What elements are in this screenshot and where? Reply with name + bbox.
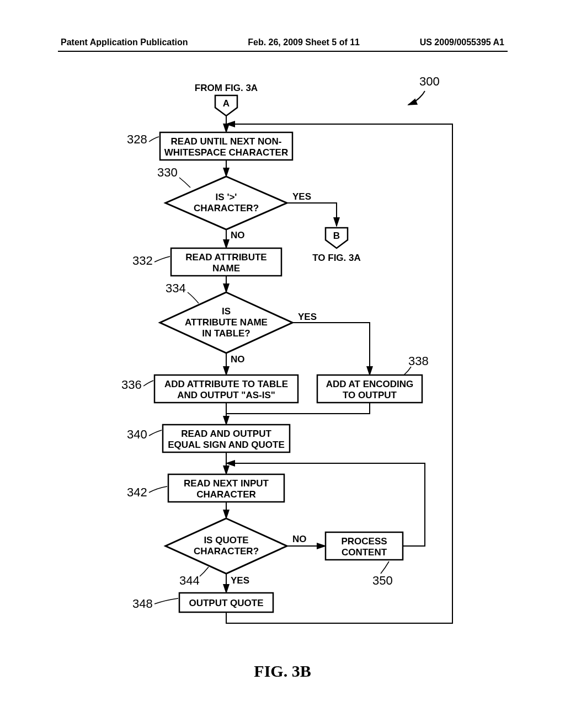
ref-330: 330	[157, 165, 178, 179]
d330-t1: IS '>'	[216, 192, 237, 202]
ref-334: 334	[166, 281, 186, 295]
box-342-t1: READ NEXT INPUT	[184, 478, 269, 489]
header-rule	[58, 51, 508, 52]
box-336-t1: ADD ATTRIBUTE TO TABLE	[164, 379, 288, 389]
header-right: US 2009/0055395 A1	[420, 38, 504, 47]
box-338-t2: TO OUTPUT	[343, 390, 397, 400]
d334-t3: IN TABLE?	[202, 328, 250, 339]
ref-328: 328	[127, 132, 147, 146]
d330-no: NO	[231, 230, 245, 240]
ref-344: 344	[179, 574, 200, 587]
flowchart-diagram: 300 FROM FIG. 3A A READ UNTIL NEXT NON- …	[55, 61, 513, 662]
ref-350: 350	[372, 574, 393, 587]
page: Patent Application Publication Feb. 26, …	[0, 0, 565, 728]
ref-342: 342	[127, 485, 147, 499]
ref-340: 340	[127, 427, 147, 441]
box-338-t1: ADD AT ENCODING	[326, 379, 414, 389]
box-336-t2: AND OUTPUT "AS-IS"	[177, 390, 275, 400]
box-348-t: OUTPUT QUOTE	[189, 598, 263, 608]
header-left: Patent Application Publication	[61, 38, 188, 47]
box-340-t1: READ AND OUTPUT	[181, 429, 271, 439]
d344-t2: CHARACTER?	[194, 546, 259, 556]
d334-no: NO	[231, 354, 245, 365]
from-label: FROM FIG. 3A	[195, 83, 258, 93]
connector-a-label: A	[223, 98, 230, 109]
d334-t2: ATTRIBUTE NAME	[185, 317, 268, 328]
box-340-t2: EQUAL SIGN AND QUOTE	[168, 440, 285, 450]
ref-332: 332	[132, 254, 153, 267]
box-350-t2: CONTENT	[342, 547, 387, 558]
d344-no: NO	[292, 534, 307, 544]
box-342-t2: CHARACTER	[196, 489, 256, 500]
ref-348: 348	[132, 597, 153, 611]
ref-338: 338	[408, 354, 429, 368]
d344-t1: IS QUOTE	[204, 535, 248, 545]
to-label: TO FIG. 3A	[312, 253, 361, 263]
ref-336: 336	[121, 378, 142, 392]
box-332-t2: NAME	[212, 263, 240, 274]
page-header: Patent Application Publication Feb. 26, …	[0, 38, 565, 47]
d344-yes: YES	[231, 575, 249, 586]
header-center: Feb. 26, 2009 Sheet 5 of 11	[248, 38, 360, 47]
box-328-t2: WHITESPACE CHARACTER	[164, 147, 288, 158]
d334-t1: IS	[222, 306, 231, 317]
box-328-t1: READ UNTIL NEXT NON-	[171, 136, 282, 147]
box-350-t1: PROCESS	[341, 536, 387, 547]
ref-300: 300	[419, 74, 440, 88]
figure-title: FIG. 3B	[0, 662, 565, 681]
d330-yes: YES	[292, 191, 311, 202]
d330-t2: CHARACTER?	[194, 203, 259, 213]
d334-yes: YES	[298, 312, 317, 322]
connector-b-label: B	[333, 231, 340, 241]
box-332-t1: READ ATTRIBUTE	[185, 252, 266, 263]
